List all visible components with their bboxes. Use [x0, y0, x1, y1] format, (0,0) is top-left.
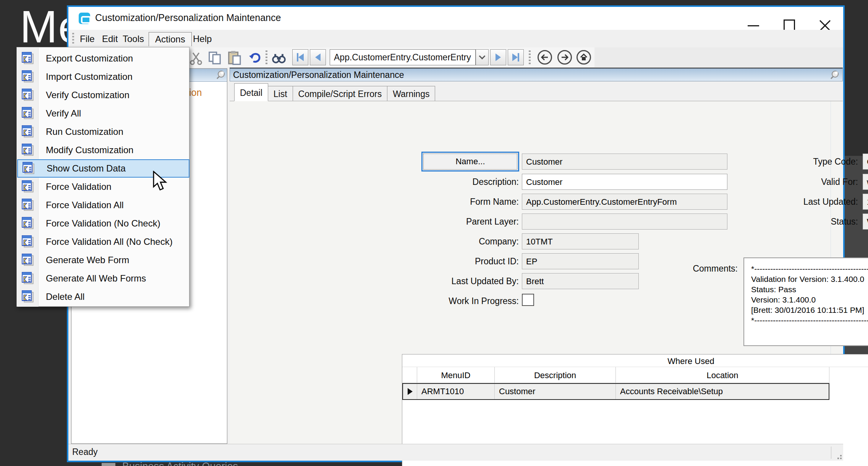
status-separator: [831, 447, 831, 459]
panel-header: Customization/Personalization Maintenanc…: [230, 68, 843, 81]
valid-for-field: w3.2.100.0: [863, 174, 868, 190]
list-icon: [102, 463, 115, 466]
menu-item-force-validation-all-no-check[interactable]: Force Validation All (No Check): [17, 233, 189, 251]
menu-tools[interactable]: Tools: [120, 32, 147, 46]
cell-menuid: ARMT1010: [418, 387, 494, 396]
undo-icon[interactable]: [248, 50, 262, 65]
next-record-button[interactable]: [490, 49, 506, 65]
tab-detail[interactable]: Detail: [234, 83, 268, 101]
last-record-button[interactable]: [508, 49, 524, 65]
menu-item-modify-customization[interactable]: Modify Customization: [17, 141, 189, 159]
customization-icon: [21, 253, 35, 267]
column-header-menuid[interactable]: MenuID: [417, 367, 495, 383]
customization-icon: [21, 107, 35, 120]
menu-item-force-validation-no-check[interactable]: Force Validation (No Check): [17, 214, 189, 233]
pin-icon[interactable]: [215, 70, 226, 81]
window-title: Customization/Personalization Maintenanc…: [95, 12, 281, 23]
menu-item-generate-all-web-forms[interactable]: Generate All Web Forms: [17, 269, 189, 288]
description-field[interactable]: Customer: [522, 174, 727, 190]
home-button[interactable]: [577, 50, 591, 65]
form-name-field: App.CustomerEntry.CustomerEntryForm: [522, 194, 727, 210]
customization-icon: [21, 235, 35, 249]
tab-compile-script-errors[interactable]: Compile/Script Errors: [293, 86, 388, 101]
paste-icon[interactable]: [227, 50, 241, 65]
back-arrow-icon: [541, 53, 549, 61]
status-field: Warning: [863, 214, 868, 230]
menu-help[interactable]: Help: [190, 32, 215, 46]
menu-item-verify-all[interactable]: Verify All: [17, 104, 189, 123]
menu-item-export-customization[interactable]: Export Customization: [17, 49, 189, 68]
menu-item-import-customization[interactable]: Import Customization: [17, 68, 189, 86]
menu-item-delete-all[interactable]: Delete All: [17, 288, 189, 306]
tab-strip: Detail List Compile/Script Errors Warnin…: [234, 83, 435, 101]
record-combo-dropdown[interactable]: [476, 49, 489, 65]
title-bar: Customization/Personalization Maintenanc…: [68, 7, 843, 30]
customization-icon: [21, 88, 35, 102]
cell-location: Accounts Receivable\Setup: [616, 387, 723, 396]
cut-icon[interactable]: [189, 50, 203, 65]
status-bar: Ready: [68, 444, 843, 461]
customization-icon: [21, 70, 35, 84]
cell-description: Customer: [495, 387, 615, 396]
tab-list[interactable]: List: [268, 86, 293, 101]
parent-layer-field: [522, 214, 727, 230]
customization-icon: [21, 290, 35, 304]
mouse-cursor: [153, 171, 169, 193]
company-field: 10TMT: [522, 233, 639, 249]
menu-actions[interactable]: Actions: [149, 32, 192, 46]
menu-item-force-validation-all[interactable]: Force Validation All: [17, 196, 189, 214]
pin-icon[interactable]: [829, 70, 840, 81]
main-panel: Customization/Personalization Maintenanc…: [230, 68, 843, 444]
app-icon: [79, 13, 90, 24]
forward-button[interactable]: [557, 50, 572, 65]
menu-edit[interactable]: Edit: [99, 32, 121, 46]
description-label: Description:: [419, 177, 519, 187]
first-record-button[interactable]: [292, 49, 308, 65]
previous-record-button[interactable]: [310, 49, 326, 65]
column-header-description[interactable]: Description: [495, 367, 616, 383]
type-code-field: Customization: [863, 154, 868, 170]
menu-item-run-customization[interactable]: Run Customization: [17, 123, 189, 141]
resize-grip-icon[interactable]: [835, 452, 842, 459]
type-code-label: Type Code:: [759, 157, 858, 167]
tab-warnings[interactable]: Warnings: [387, 86, 435, 101]
minimize-button[interactable]: [748, 25, 759, 26]
last-updated-field: 17/03/2018: [863, 194, 868, 210]
column-header-location[interactable]: Location: [616, 367, 829, 383]
forward-arrow-icon: [560, 53, 569, 61]
status-text: Ready: [72, 447, 97, 457]
current-row-indicator: [408, 388, 413, 395]
customization-icon: [21, 143, 35, 157]
comments-field[interactable]: *---------------------------------------…: [743, 257, 868, 346]
where-used-title: Where Used: [402, 354, 868, 367]
chevron-down-icon: [479, 53, 486, 60]
copy-icon[interactable]: [207, 50, 222, 65]
comments-label: Comments:: [635, 264, 738, 274]
customization-icon: [21, 180, 35, 194]
name-button[interactable]: Name...: [421, 152, 519, 172]
status-label: Status:: [759, 217, 858, 227]
home-icon: [580, 53, 588, 61]
customization-icon: [21, 125, 35, 139]
record-combo[interactable]: App.CustomerEntry.CustomerEntry: [330, 49, 476, 65]
customization-icon: [21, 198, 35, 212]
menubar-grip[interactable]: [72, 33, 74, 44]
toolbar-grip[interactable]: [529, 50, 531, 64]
menu-file[interactable]: File: [77, 32, 98, 46]
work-in-progress-label: Work In Progress:: [419, 296, 519, 306]
toolbar-grip[interactable]: [266, 50, 267, 64]
panel-header-title: Customization/Personalization Maintenanc…: [233, 70, 404, 80]
product-id-label: Product ID:: [419, 256, 519, 267]
product-id-field: EP: [522, 253, 639, 269]
last-updated-by-label: Last Updated By:: [419, 276, 519, 286]
maximize-button[interactable]: [784, 19, 795, 31]
find-icon[interactable]: [272, 50, 286, 65]
row-selector-header: [402, 367, 417, 383]
menu-item-verify-customization[interactable]: Verify Customization: [17, 86, 189, 104]
table-row[interactable]: ARMT1010 Customer Accounts Receivable\Se…: [402, 383, 829, 400]
work-in-progress-checkbox[interactable]: [522, 294, 534, 306]
back-button[interactable]: [538, 50, 552, 65]
tree-node-partial-text[interactable]: ion: [189, 87, 202, 98]
customization-icon: [21, 272, 35, 285]
menu-item-generate-web-form[interactable]: Generate Web Form: [17, 251, 189, 269]
